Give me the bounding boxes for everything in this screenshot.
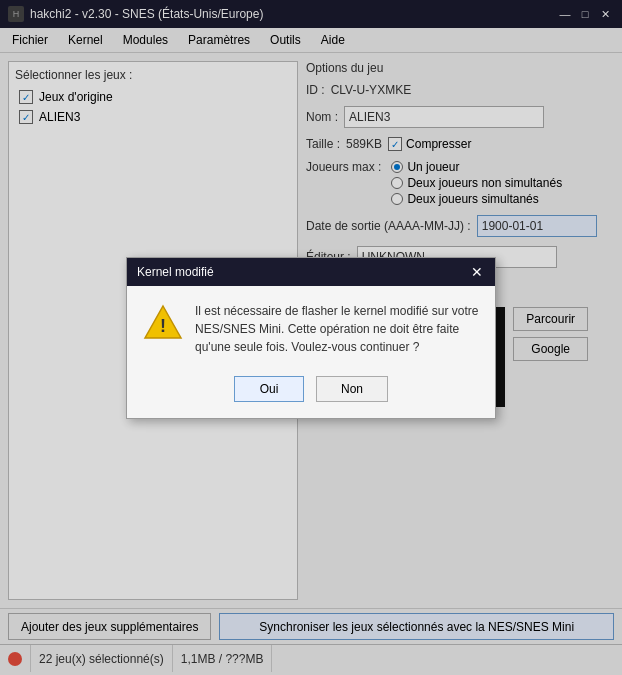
dialog-close-button[interactable]: ✕ (469, 264, 485, 280)
dialog-buttons: Oui Non (127, 368, 495, 418)
svg-text:!: ! (160, 316, 166, 336)
dialog-message: Il est nécessaire de flasher le kernel m… (195, 302, 479, 356)
dialog-title: Kernel modifié (137, 265, 214, 279)
warning-icon: ! (143, 302, 183, 342)
dialog-title-bar: Kernel modifié ✕ (127, 258, 495, 286)
dialog-body: ! Il est nécessaire de flasher le kernel… (127, 286, 495, 368)
kernel-dialog: Kernel modifié ✕ ! Il est nécessaire de … (126, 257, 496, 419)
dialog-overlay: Kernel modifié ✕ ! Il est nécessaire de … (0, 0, 622, 675)
non-button[interactable]: Non (316, 376, 388, 402)
oui-button[interactable]: Oui (234, 376, 304, 402)
